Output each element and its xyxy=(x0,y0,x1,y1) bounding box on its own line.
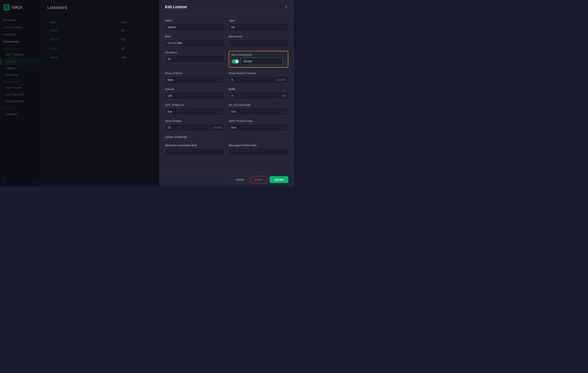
form-group-send-timeout: Send Timeout second xyxy=(165,119,225,131)
form-group-bind: Bind * xyxy=(165,35,225,47)
send-timeout-unit: second xyxy=(211,126,224,129)
form-group-so-reuseaddr: SO_REUSEADDR true false xyxy=(229,104,288,115)
mountpoint-label: MountPoint xyxy=(229,35,288,38)
type-required: * xyxy=(235,19,236,22)
tcp-nodelay-select[interactable]: true false xyxy=(165,108,225,115)
modal-title: Edit Listener xyxy=(165,5,187,9)
spinner-up-button[interactable]: ▲ xyxy=(282,59,285,61)
name-input[interactable] xyxy=(165,23,225,31)
max-connections-spinners: ▲ ▼ xyxy=(282,59,285,64)
messages-publish-rate-input[interactable] xyxy=(229,148,288,156)
send-timeout-input-with-unit: second xyxy=(165,124,225,131)
form-group-max-connections: Max Connections ▲ ▼ xyxy=(229,51,288,68)
form-group-mountpoint: MountPoint xyxy=(229,35,288,47)
send-timeout-close-select-wrapper: true false xyxy=(229,124,288,131)
activen-label: ActiveN xyxy=(165,88,225,91)
modal-overlay: Edit Listener × Name * Type xyxy=(0,0,294,186)
update-button[interactable]: Update xyxy=(270,176,288,183)
max-conn-rate-label: Maximum Connection Rate xyxy=(165,144,225,147)
delete-button[interactable]: Delete xyxy=(251,176,267,183)
form-row-tcp-so: TCP_NODELAY true false SO_REUSEADDR xyxy=(165,104,288,115)
form-row-proxy: Proxy Protocol false true Proxy Protocol… xyxy=(165,72,288,84)
max-connections-toggle[interactable] xyxy=(231,59,239,64)
mountpoint-input[interactable] xyxy=(229,39,288,47)
type-label: Type * xyxy=(229,19,288,22)
modal-footer: Cancel Delete Update xyxy=(159,172,294,186)
so-reuseaddr-label: SO_REUSEADDR xyxy=(229,104,288,107)
proxy-timeout-input[interactable] xyxy=(229,76,274,83)
form-row-acceptors-maxconn: Acceptors Max Connections ▲ ▼ xyxy=(165,51,288,68)
buffer-input-with-unit: KB xyxy=(229,92,288,99)
activen-input[interactable] xyxy=(165,92,225,99)
tcp-nodelay-select-wrapper: true false xyxy=(165,108,225,115)
limiter-section-label: Limiter (Optional) xyxy=(165,135,288,140)
messages-publish-rate-label: Messages Publish Rate xyxy=(229,144,288,147)
cancel-button[interactable]: Cancel xyxy=(231,176,248,183)
send-timeout-close-label: Send Timeout Close xyxy=(229,119,288,122)
type-select[interactable]: tcp ssl ws wss xyxy=(229,23,288,31)
buffer-unit: KB xyxy=(280,94,288,97)
app-container: EMQX Monitoring ⌄ Access Control ⌄ Integ… xyxy=(0,0,294,186)
form-row-limiter: Maximum Connection Rate Messages Publish… xyxy=(165,144,288,156)
form-group-send-timeout-close: Send Timeout Close true false xyxy=(229,119,288,131)
form-group-max-conn-rate: Maximum Connection Rate xyxy=(165,144,225,156)
form-group-activen: ActiveN xyxy=(165,88,225,99)
proxy-protocol-timeout-label: Proxy Protocol Timeout xyxy=(229,72,288,75)
tcp-nodelay-label: TCP_NODELAY xyxy=(165,104,225,107)
so-reuseaddr-select-wrapper: true false xyxy=(229,108,288,115)
acceptors-label: Acceptors xyxy=(165,51,225,54)
max-connections-label: Max Connections xyxy=(231,53,285,56)
modal-body: Name * Type * tcp ssl xyxy=(159,14,294,172)
form-group-messages-publish-rate: Messages Publish Rate xyxy=(229,144,288,156)
bind-input[interactable] xyxy=(165,39,225,47)
edit-listener-modal: Edit Listener × Name * Type xyxy=(159,0,294,186)
form-group-proxy-timeout: Proxy Protocol Timeout second xyxy=(229,72,288,84)
max-connections-input-wrapper: ▲ ▼ xyxy=(241,58,285,65)
proxy-protocol-select[interactable]: false true xyxy=(165,76,225,84)
proxy-timeout-unit: second xyxy=(274,78,288,81)
name-required: * xyxy=(173,19,174,22)
max-conn-rate-input[interactable] xyxy=(165,148,225,156)
send-timeout-label: Send Timeout xyxy=(165,119,225,122)
form-group-tcp-nodelay: TCP_NODELAY true false xyxy=(165,104,225,115)
form-group-acceptors: Acceptors xyxy=(165,51,225,68)
proxy-timeout-input-with-unit: second xyxy=(229,76,288,84)
proxy-protocol-select-wrapper: false true xyxy=(165,76,225,84)
so-reuseaddr-select[interactable]: true false xyxy=(229,108,288,115)
modal-close-button[interactable]: × xyxy=(284,4,288,10)
buffer-label: Buffer xyxy=(229,88,288,91)
form-row-bind-mountpoint: Bind * MountPoint xyxy=(165,35,288,47)
modal-header: Edit Listener × xyxy=(159,0,294,14)
form-group-type: Type * tcp ssl ws wss xyxy=(229,19,288,31)
proxy-protocol-label: Proxy Protocol xyxy=(165,72,225,75)
form-row-activen-buffer: ActiveN Buffer KB xyxy=(165,88,288,99)
spinner-down-button[interactable]: ▼ xyxy=(282,62,285,64)
form-group-proxy-protocol: Proxy Protocol false true xyxy=(165,72,225,84)
send-timeout-close-select[interactable]: true false xyxy=(229,124,288,131)
send-timeout-input[interactable] xyxy=(165,124,211,131)
max-connections-input[interactable] xyxy=(241,58,285,65)
max-connections-row: ▲ ▼ xyxy=(231,58,285,65)
bind-label: Bind * xyxy=(165,35,225,38)
form-group-buffer: Buffer KB xyxy=(229,88,288,99)
type-select-wrapper: tcp ssl ws wss xyxy=(229,23,288,31)
name-label: Name * xyxy=(165,19,225,22)
form-row-name-type: Name * Type * tcp ssl xyxy=(165,19,288,31)
form-group-name: Name * xyxy=(165,19,225,31)
bind-required: * xyxy=(171,35,172,38)
form-row-send-timeout: Send Timeout second Send Timeout Close t… xyxy=(165,119,288,131)
buffer-input[interactable] xyxy=(229,92,280,99)
acceptors-input[interactable] xyxy=(165,55,225,63)
